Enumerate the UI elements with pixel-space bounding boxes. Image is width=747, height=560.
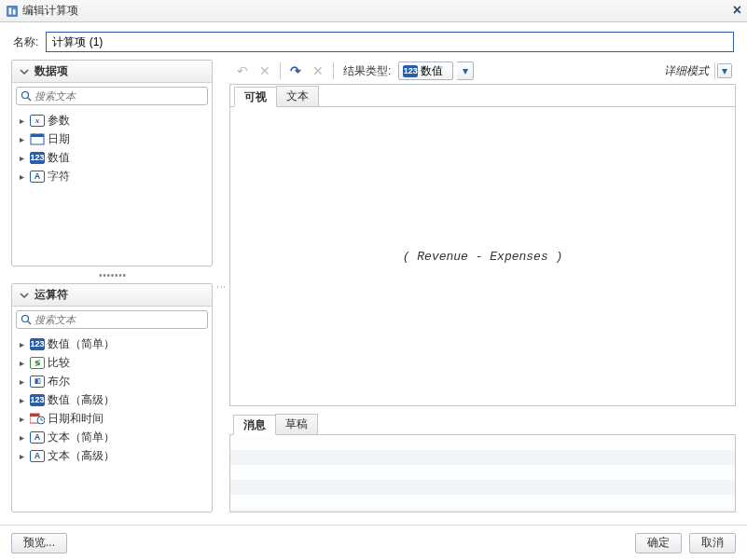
expand-icon: ▸	[20, 116, 27, 126]
char-icon: A	[30, 449, 45, 462]
messages-content[interactable]	[229, 434, 736, 512]
ops-tree: ▸123数值（简单）▸≶比较▸▮▯布尔▸123数值（高级）▸日期和时间▸A文本（…	[12, 333, 212, 512]
expand-icon: ▸	[20, 358, 27, 368]
expand-icon: ▸	[20, 153, 27, 163]
svg-line-4	[28, 98, 31, 101]
char-icon: A	[30, 430, 45, 444]
data-search[interactable]	[16, 87, 208, 105]
tree-item[interactable]: ▸A文本（简单）	[16, 428, 208, 446]
tab-visual[interactable]: 可视	[234, 87, 277, 107]
ops-search-input[interactable]	[35, 314, 203, 325]
delete-button[interactable]: ✕	[256, 61, 274, 80]
collapse-icon	[20, 291, 29, 300]
tree-item[interactable]: ▸日期和时间	[16, 409, 208, 428]
param-icon: x	[30, 114, 45, 127]
tree-item-label: 文本（高级）	[48, 448, 115, 464]
tree-item[interactable]: ▸A字符	[16, 167, 208, 185]
tree-item-label: 字符	[48, 169, 70, 184]
titlebar: 编辑计算项 ×	[0, 0, 747, 22]
svg-rect-6	[31, 134, 44, 137]
expand-icon: ▸	[20, 134, 27, 144]
data-tree: ▸x参数▸日期▸123数值▸A字符	[12, 109, 212, 266]
num-icon: 123	[30, 393, 45, 406]
cancel-button[interactable]: 取消	[689, 533, 736, 553]
name-row: 名称:	[0, 22, 747, 60]
tree-item-label: 日期	[48, 131, 70, 147]
data-search-input[interactable]	[35, 90, 203, 102]
name-input[interactable]	[46, 32, 734, 52]
tree-item[interactable]: ▸123数值	[16, 148, 208, 167]
tab-messages[interactable]: 消息	[233, 415, 276, 435]
data-items-header[interactable]: 数据项	[12, 61, 212, 83]
expand-icon: ▸	[20, 395, 27, 405]
tree-item[interactable]: ▸日期	[16, 130, 208, 148]
result-type-select[interactable]: 123 数值	[398, 61, 453, 80]
search-icon	[21, 90, 32, 102]
data-items-panel: 数据项 ▸x参数▸日期▸123数值▸A字符	[11, 60, 213, 266]
tree-item[interactable]: ▸≶比较	[16, 353, 208, 372]
tree-item-label: 比较	[48, 355, 70, 371]
toolbar-menu[interactable]: ▾	[717, 63, 732, 78]
tree-item-label: 数值（简单）	[48, 336, 115, 352]
num-icon: 123	[30, 337, 45, 350]
ok-button[interactable]: 确定	[635, 533, 682, 553]
svg-rect-12	[30, 414, 39, 417]
svg-rect-0	[7, 6, 18, 16]
editor-tabs: 可视 文本	[230, 85, 735, 107]
expand-icon: ▸	[20, 376, 27, 387]
tree-item[interactable]: ▸x参数	[16, 111, 208, 130]
svg-rect-1	[9, 7, 12, 14]
tree-item[interactable]: ▸123数值（高级）	[16, 390, 208, 409]
editor-canvas[interactable]: ( Revenue - Expenses )	[230, 107, 735, 405]
bool-icon: ▮▯	[30, 375, 45, 388]
tree-item-label: 数值	[48, 150, 70, 166]
preview-button[interactable]: 预览...	[11, 533, 67, 553]
name-label: 名称:	[13, 34, 38, 50]
messages-tabs: 消息 草稿	[229, 412, 736, 434]
ops-search[interactable]	[16, 310, 208, 329]
tree-item-label: 日期和时间	[48, 411, 104, 427]
tab-draft[interactable]: 草稿	[275, 414, 318, 434]
editor-area: 可视 文本 ( Revenue - Expenses )	[229, 84, 736, 406]
tree-item[interactable]: ▸123数值（简单）	[16, 335, 208, 353]
expand-icon: ▸	[20, 451, 27, 461]
tree-item-label: 文本（简单）	[48, 430, 115, 445]
separator	[280, 62, 281, 79]
redo-button[interactable]: ↷	[286, 61, 305, 80]
svg-line-10	[28, 321, 31, 324]
search-icon	[21, 314, 32, 325]
expand-icon: ▸	[20, 339, 27, 349]
num-icon: 123	[30, 151, 45, 164]
dt-icon	[30, 412, 45, 425]
separator	[333, 62, 334, 79]
footer: 预览... 确定 取消	[0, 525, 747, 560]
numeric-icon: 123	[403, 65, 418, 77]
comp-icon: ≶	[30, 356, 45, 369]
detail-mode-link[interactable]: 详细模式	[664, 63, 709, 79]
tree-item[interactable]: ▸A文本（高级）	[16, 446, 208, 465]
expression-text: ( Revenue - Expenses )	[403, 250, 563, 264]
operators-panel: 运算符 ▸123数值（简单）▸≶比较▸▮▯布尔▸123数值（高级）▸日期和时间▸…	[11, 283, 213, 512]
char-icon: A	[30, 170, 45, 183]
svg-point-3	[22, 92, 29, 99]
app-icon	[6, 5, 19, 18]
window-title: 编辑计算项	[22, 3, 78, 19]
date-icon	[30, 132, 45, 145]
tree-item-label: 布尔	[48, 374, 70, 389]
result-type-dropdown[interactable]: ▾	[457, 61, 474, 80]
svg-point-9	[22, 316, 29, 322]
collapse-icon	[20, 67, 29, 76]
operators-header[interactable]: 运算符	[12, 284, 212, 307]
expand-icon: ▸	[20, 171, 27, 182]
tab-text[interactable]: 文本	[276, 86, 319, 106]
horizontal-splitter[interactable]: • • • • • • •	[11, 272, 213, 278]
tree-item[interactable]: ▸▮▯布尔	[16, 372, 208, 390]
svg-rect-2	[13, 9, 16, 14]
undo-button[interactable]: ↶	[233, 61, 252, 80]
tree-item-label: 参数	[48, 113, 70, 129]
clear-button[interactable]: ✕	[309, 61, 327, 80]
close-icon[interactable]: ×	[733, 2, 741, 19]
separator	[714, 62, 715, 79]
result-type-label: 结果类型:	[343, 63, 391, 79]
vertical-splitter[interactable]: ⋮	[218, 60, 224, 512]
